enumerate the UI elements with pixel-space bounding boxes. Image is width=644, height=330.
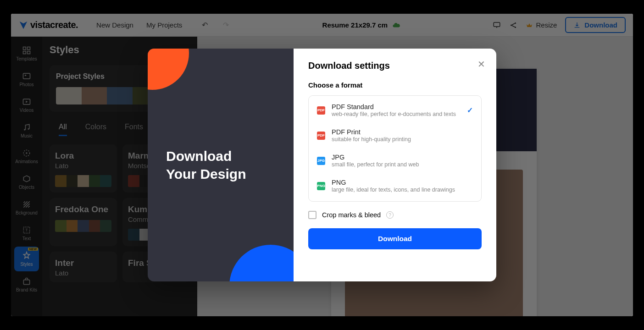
format-option[interactable]: PDFPDF Standardweb-ready file, perfect f… bbox=[309, 98, 481, 123]
help-icon[interactable]: ? bbox=[386, 211, 394, 219]
jpg-icon: JPG bbox=[317, 157, 325, 165]
format-option[interactable]: PNGPNGlarge file, ideal for texts, icons… bbox=[309, 173, 481, 198]
modal-title: Download settings bbox=[308, 60, 482, 71]
check-icon: ✓ bbox=[467, 106, 473, 115]
crop-marks-option[interactable]: Crop marks & bleed ? bbox=[308, 211, 482, 219]
pdf-icon: PDF bbox=[317, 132, 325, 140]
app-frame: vistacreate. New Design My Projects ↶ ↷ … bbox=[11, 14, 633, 316]
pdf-icon: PDF bbox=[317, 106, 325, 115]
format-list[interactable]: PDFPDF Standardweb-ready file, perfect f… bbox=[308, 95, 482, 202]
format-option[interactable]: PDFPDF Printsuitable for high-quality pr… bbox=[309, 123, 481, 148]
format-option[interactable]: JPGJPGsmall file, perfect for print and … bbox=[309, 148, 481, 173]
format-option[interactable]: PNGPNG transparent bbox=[309, 198, 481, 202]
crop-label: Crop marks & bleed bbox=[322, 211, 381, 219]
accent-circle-top bbox=[148, 49, 189, 90]
download-modal: Download Your Design ✕ Download settings… bbox=[148, 49, 496, 281]
download-cta-button[interactable]: Download bbox=[308, 228, 482, 249]
png-icon: PNG bbox=[317, 182, 325, 190]
close-icon[interactable]: ✕ bbox=[477, 59, 485, 70]
crop-checkbox[interactable] bbox=[308, 211, 316, 219]
modal-overlay[interactable]: Download Your Design ✕ Download settings… bbox=[11, 14, 633, 316]
modal-right-panel: ✕ Download settings Choose a format PDFP… bbox=[294, 49, 496, 281]
choose-format-label: Choose a format bbox=[308, 81, 482, 89]
modal-left-panel: Download Your Design bbox=[148, 49, 294, 281]
modal-headline: Download Your Design bbox=[166, 147, 275, 183]
